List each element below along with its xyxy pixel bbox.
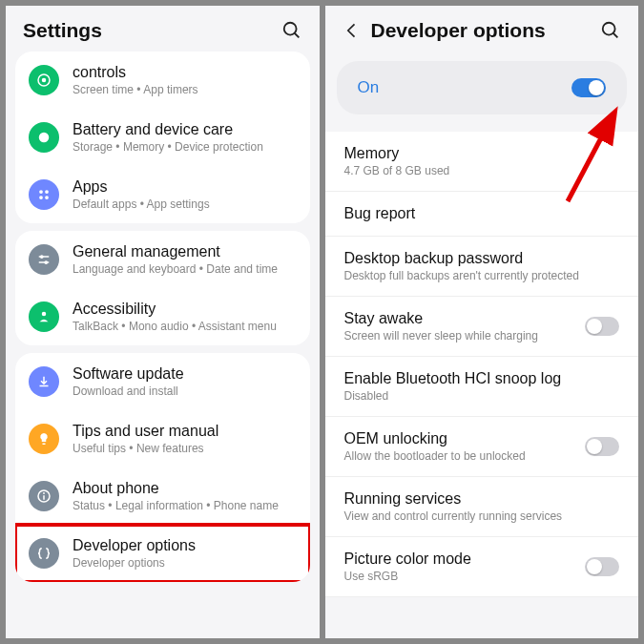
setting-label: Apps bbox=[73, 178, 210, 196]
setting-row-info[interactable]: About phoneStatus • Legal information • … bbox=[15, 467, 310, 525]
svg-line-1 bbox=[294, 33, 299, 38]
setting-row-sliders[interactable]: General managementLanguage and keyboard … bbox=[15, 231, 310, 288]
developer-options-panel: Developer options On Memory4.7 GB of 8 G… bbox=[325, 6, 639, 638]
svg-point-8 bbox=[45, 196, 49, 199]
setting-sub: Screen time • App timers bbox=[73, 83, 198, 96]
devopt-label: Stay awake bbox=[344, 310, 586, 327]
setting-label: Battery and device care bbox=[73, 121, 263, 138]
search-icon[interactable] bbox=[600, 20, 621, 41]
devopt-label: Picture color mode bbox=[344, 551, 586, 568]
setting-label: General management bbox=[73, 243, 278, 260]
devopt-row[interactable]: Picture color modeUse sRGB bbox=[325, 537, 639, 597]
setting-row-person[interactable]: AccessibilityTalkBack • Mono audio • Ass… bbox=[15, 288, 310, 345]
svg-point-16 bbox=[43, 492, 45, 494]
devopt-label: Memory bbox=[344, 145, 620, 162]
setting-sub: Language and keyboard • Date and time bbox=[73, 262, 278, 276]
setting-row-download[interactable]: Software updateDownload and install bbox=[15, 353, 310, 410]
svg-point-7 bbox=[39, 196, 43, 199]
setting-row-battery[interactable]: Battery and device careStorage • Memory … bbox=[15, 109, 310, 166]
page-title: Settings bbox=[23, 19, 272, 42]
master-toggle-label: On bbox=[358, 78, 572, 97]
devopt-row[interactable]: OEM unlockingAllow the bootloader to be … bbox=[325, 417, 639, 477]
master-toggle[interactable] bbox=[571, 78, 606, 97]
setting-row-bulb[interactable]: Tips and user manualUseful tips • New fe… bbox=[15, 410, 310, 467]
page-title: Developer options bbox=[371, 19, 592, 42]
settings-group-1: controlsScreen time • App timersBattery … bbox=[15, 52, 310, 223]
devopt-sub: Use sRGB bbox=[344, 570, 586, 583]
setting-label: Tips and user manual bbox=[73, 423, 218, 440]
apps-icon bbox=[29, 179, 59, 210]
settings-header: Settings bbox=[6, 6, 320, 52]
download-icon bbox=[29, 366, 59, 397]
setting-sub: Developer options bbox=[73, 556, 196, 570]
devopt-sub: Disabled bbox=[344, 389, 620, 403]
devopt-label: Bug report bbox=[344, 205, 620, 222]
setting-sub: Status • Legal information • Phone name bbox=[73, 499, 279, 512]
svg-point-18 bbox=[603, 23, 615, 35]
devopt-row[interactable]: Memory4.7 GB of 8 GB used bbox=[325, 132, 639, 192]
setting-sub: Storage • Memory • Device protection bbox=[73, 140, 263, 154]
svg-point-3 bbox=[42, 78, 47, 83]
setting-sub: Useful tips • New features bbox=[73, 442, 218, 455]
devopt-row[interactable]: Stay awakeScreen will never sleep while … bbox=[325, 297, 639, 357]
svg-point-5 bbox=[39, 190, 43, 194]
toggle[interactable] bbox=[585, 437, 619, 456]
info-icon bbox=[29, 481, 59, 511]
devopt-row[interactable]: Desktop backup passwordDesktop full back… bbox=[325, 237, 639, 297]
svg-point-10 bbox=[40, 255, 44, 259]
devopt-label: Running services bbox=[344, 490, 620, 508]
setting-sub: TalkBack • Mono audio • Assistant menu bbox=[73, 320, 277, 333]
svg-point-13 bbox=[42, 312, 47, 317]
bulb-icon bbox=[29, 424, 59, 454]
setting-label: Accessibility bbox=[73, 301, 277, 318]
svg-point-12 bbox=[44, 260, 48, 264]
developer-options-list: Memory4.7 GB of 8 GB usedBug reportDeskt… bbox=[325, 132, 639, 597]
settings-group-3: Software updateDownload and installTips … bbox=[15, 353, 310, 582]
devopt-label: Enable Bluetooth HCI snoop log bbox=[344, 370, 620, 387]
devopt-sub: Desktop full backups aren't currently pr… bbox=[344, 269, 620, 282]
setting-row-apps[interactable]: AppsDefault apps • App settings bbox=[15, 166, 310, 223]
devopt-sub: Screen will never sleep while charging bbox=[344, 329, 586, 343]
settings-panel: Settings controlsScreen time • App timer… bbox=[6, 6, 320, 638]
person-icon bbox=[29, 301, 59, 332]
setting-row-controls[interactable]: controlsScreen time • App timers bbox=[15, 52, 310, 109]
toggle[interactable] bbox=[585, 317, 619, 336]
settings-group-2: General managementLanguage and keyboard … bbox=[15, 231, 310, 345]
setting-label: Developer options bbox=[73, 537, 196, 554]
search-icon[interactable] bbox=[281, 20, 302, 41]
devopt-sub: 4.7 GB of 8 GB used bbox=[344, 164, 620, 177]
setting-label: controls bbox=[73, 64, 198, 81]
developer-options-master-toggle-row[interactable]: On bbox=[337, 61, 628, 114]
devopt-sub: Allow the bootloader to be unlocked bbox=[344, 449, 586, 463]
controls-icon bbox=[29, 65, 59, 95]
setting-label: Software update bbox=[73, 365, 184, 383]
devopt-row[interactable]: Bug report bbox=[325, 192, 639, 237]
devopt-row[interactable]: Running servicesView and control current… bbox=[325, 477, 639, 537]
setting-label: About phone bbox=[73, 480, 279, 497]
devopt-sub: View and control currently running servi… bbox=[344, 509, 620, 523]
devopts-header: Developer options bbox=[325, 6, 639, 52]
braces-icon bbox=[29, 538, 59, 569]
svg-line-19 bbox=[613, 33, 618, 38]
setting-row-braces[interactable]: Developer optionsDeveloper options bbox=[15, 525, 310, 582]
svg-point-6 bbox=[45, 190, 49, 194]
toggle[interactable] bbox=[585, 557, 619, 576]
svg-point-0 bbox=[283, 23, 296, 35]
devopt-row[interactable]: Enable Bluetooth HCI snoop logDisabled bbox=[325, 357, 639, 417]
devopt-label: OEM unlocking bbox=[344, 430, 586, 447]
devopt-label: Desktop backup password bbox=[344, 250, 620, 267]
sliders-icon bbox=[29, 244, 59, 275]
setting-sub: Default apps • App settings bbox=[73, 197, 210, 211]
back-icon[interactable] bbox=[343, 21, 362, 40]
setting-sub: Download and install bbox=[73, 384, 184, 398]
battery-icon bbox=[29, 122, 59, 153]
